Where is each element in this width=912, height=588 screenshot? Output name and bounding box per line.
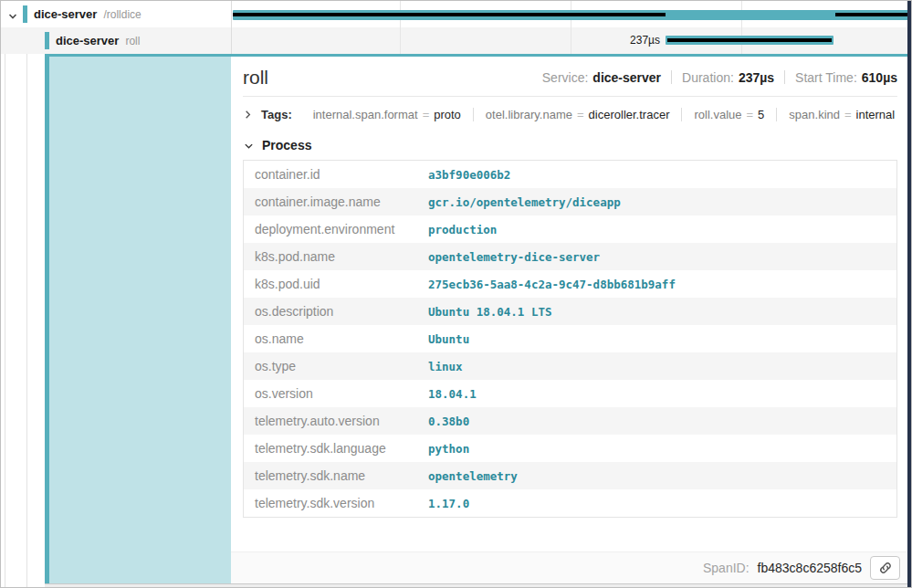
process-heading: Process xyxy=(262,138,311,152)
span-color-accent xyxy=(45,32,49,49)
critical-path-segment xyxy=(835,13,909,16)
duration-label: Duration: xyxy=(682,70,734,85)
tag-item: span.kind = internal xyxy=(776,108,907,121)
span-bar-roll[interactable] xyxy=(666,36,833,45)
kv-value: python xyxy=(417,435,897,462)
kv-value: Ubuntu 18.04.1 LTS xyxy=(417,298,897,325)
kv-value: 275ecb36-5aa8-4c2a-9c47-d8bb681b9aff xyxy=(417,270,897,298)
start-time-label: Start Time: xyxy=(795,70,857,85)
chevron-down-icon[interactable] xyxy=(7,9,18,20)
tag-equals: = xyxy=(577,108,584,121)
kv-value: production xyxy=(417,215,897,243)
kv-key: k8s.pod.name xyxy=(244,243,418,270)
span-title: roll xyxy=(243,68,268,87)
kv-key: os.description xyxy=(244,298,418,325)
kv-key: k8s.pod.uid xyxy=(244,270,418,298)
process-table-wrap: container.ida3bf90e006b2 container.image… xyxy=(243,160,897,518)
kv-value: 1.17.0 xyxy=(417,489,897,518)
chevron-right-icon xyxy=(243,110,253,120)
kv-value: a3bf90e006b2 xyxy=(417,161,897,189)
jaeger-trace-view: dice-server/rolldice dice-serverroll 237… xyxy=(0,0,912,588)
process-key-value-table: container.ida3bf90e006b2 container.image… xyxy=(243,160,897,518)
tag-equals: = xyxy=(844,108,852,121)
tag-key: internal.span.format xyxy=(313,108,418,121)
process-section-toggle[interactable]: Process xyxy=(243,130,897,159)
span-name-rolldice[interactable]: dice-server/rolldice xyxy=(34,7,142,21)
timeline-gridline-75 xyxy=(741,1,742,54)
timeline-gridline-25 xyxy=(400,1,401,54)
table-row: container.image.namegcr.io/opentelemetry… xyxy=(244,188,897,215)
tag-key: roll.value xyxy=(694,108,741,121)
kv-value: opentelemetry-dice-server xyxy=(417,243,897,270)
critical-path-segment xyxy=(667,38,832,42)
copy-link-button[interactable] xyxy=(870,556,900,580)
service-name: dice-server xyxy=(56,34,119,47)
start-time-value: 610µs xyxy=(862,70,897,85)
selected-span-highlight-column[interactable] xyxy=(45,57,231,583)
service-label: Service: xyxy=(542,70,589,85)
span-bar-rolldice[interactable] xyxy=(233,10,909,20)
tag-value: diceroller.tracer xyxy=(589,108,670,121)
spanid-label: SpanID: xyxy=(703,561,750,575)
table-row: telemetry.sdk.languagepython xyxy=(244,435,897,462)
kv-key: container.id xyxy=(244,161,418,189)
kv-value: linux xyxy=(417,352,897,380)
span-detail-footer: SpanID: fb483c8c6258f6c5 xyxy=(231,551,909,583)
span-detail-panel: roll Service: dice-server Duration: 237µ… xyxy=(231,57,909,583)
tag-value: 5 xyxy=(758,108,764,121)
table-row: k8s.pod.nameopentelemetry-dice-server xyxy=(244,243,897,270)
spanid-value: fb483c8c6258f6c5 xyxy=(758,561,862,575)
timeline-gridline-50 xyxy=(571,1,571,54)
kv-value: 18.04.1 xyxy=(417,380,897,407)
kv-key: telemetry.sdk.language xyxy=(244,435,418,462)
span-detail-row: roll Service: dice-server Duration: 237µ… xyxy=(45,54,909,584)
divider xyxy=(671,70,672,84)
kv-key: telemetry.sdk.name xyxy=(244,462,418,489)
divider xyxy=(784,70,785,84)
operation-name: /rolldice xyxy=(103,8,141,21)
tag-item: otel.library.name = diceroller.tracer xyxy=(473,108,682,121)
kv-key: telemetry.sdk.version xyxy=(244,489,418,518)
tag-item: roll.value = 5 xyxy=(681,108,776,121)
kv-key: deployment.environment xyxy=(244,215,418,243)
kv-key: os.version xyxy=(244,380,418,407)
critical-path-segment xyxy=(233,13,666,16)
kv-value: Ubuntu xyxy=(417,325,897,352)
tag-equals: = xyxy=(747,108,754,121)
span-color-accent xyxy=(23,5,27,23)
kv-value: opentelemetry xyxy=(417,462,897,489)
kv-value: 0.38b0 xyxy=(417,407,897,435)
tag-value: internal xyxy=(856,108,896,121)
indent-gutter xyxy=(1,1,45,587)
kv-key: os.name xyxy=(244,325,418,352)
tag-value: proto xyxy=(434,108,461,121)
indent-guide xyxy=(5,1,5,587)
tag-equals: = xyxy=(423,108,430,121)
table-row: os.nameUbuntu xyxy=(244,325,897,352)
link-icon xyxy=(878,561,893,575)
table-row: telemetry.sdk.nameopentelemetry xyxy=(244,462,897,489)
table-row: k8s.pod.uid275ecb36-5aa8-4c2a-9c47-d8bb6… xyxy=(244,270,897,298)
tags-section-toggle[interactable]: Tags: internal.span.format = proto otel.… xyxy=(243,97,897,130)
span-detail-header: roll Service: dice-server Duration: 237µ… xyxy=(243,57,897,97)
table-row: os.typelinux xyxy=(244,352,897,380)
duration-value: 237µs xyxy=(739,70,774,85)
table-row: telemetry.sdk.version1.17.0 xyxy=(244,489,897,518)
tag-key: otel.library.name xyxy=(486,108,572,121)
kv-key: container.image.name xyxy=(244,188,418,215)
kv-key: telemetry.auto.version xyxy=(244,407,418,435)
tags-heading: Tags: xyxy=(261,108,292,121)
table-row: os.descriptionUbuntu 18.04.1 LTS xyxy=(244,298,897,325)
tag-key: span.kind xyxy=(789,108,840,121)
span-name-roll[interactable]: dice-serverroll xyxy=(56,34,140,47)
span-meta: Service: dice-server Duration: 237µs Sta… xyxy=(542,70,897,85)
span-duration-label: 237µs xyxy=(583,34,660,47)
kv-key: os.type xyxy=(244,352,418,380)
tree-timeline-divider xyxy=(231,1,232,54)
service-value: dice-server xyxy=(592,70,661,85)
kv-value: gcr.io/opentelemetry/diceapp xyxy=(417,188,897,215)
window-edge-strip xyxy=(907,1,911,587)
chevron-down-icon xyxy=(244,141,254,151)
tag-item: internal.span.format = proto xyxy=(301,108,473,121)
indent-guide xyxy=(26,1,27,587)
